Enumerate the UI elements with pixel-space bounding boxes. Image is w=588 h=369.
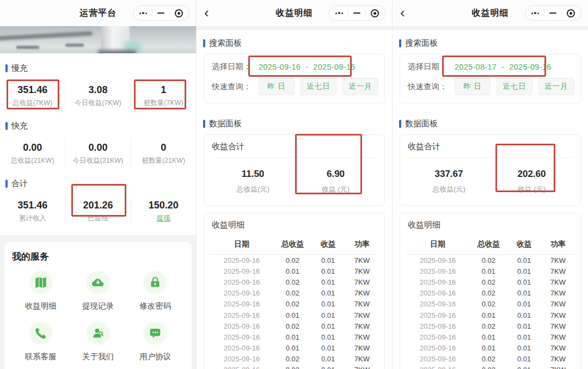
cell-income: 0.01 (507, 321, 541, 331)
cell-total-income: 0.02 (274, 365, 311, 369)
table-row: 2025-09-16 0.02 0.01 7KW (406, 354, 575, 365)
quick-query-button[interactable]: 近一月 (342, 78, 378, 95)
cloud-download-icon (91, 275, 105, 290)
quick-query-label: 快速查询： (212, 82, 259, 92)
stat-label: 收益 (元) (296, 184, 376, 194)
section-total: 合计 (5, 179, 196, 189)
stat-cell: 150.20 提现 (131, 196, 196, 225)
table-row: 2025-09-16 0.02 0.01 7KW (210, 288, 379, 299)
section-marker (203, 120, 205, 128)
cell-date: 2025-09-16 (406, 276, 470, 287)
stat-cell: 0 桩数量(21KW) (131, 139, 196, 168)
quick-query-button[interactable]: 近一月 (538, 78, 574, 95)
section-search-panel: 搜索面板 (203, 38, 392, 48)
stat-cell: 0.00 今日收益(21KW) (65, 139, 130, 168)
cell-date: 2025-09-16 (406, 288, 470, 299)
minimize-icon[interactable] (353, 13, 360, 14)
service-item[interactable]: 关于我们 (69, 321, 126, 362)
withdraw-link[interactable]: 提现 (132, 214, 195, 223)
table-row: 2025-09-16 0.01 0.01 7KW (210, 310, 379, 321)
back-chevron-icon[interactable]: ‹ (400, 4, 405, 21)
cell-total-income: 0.02 (274, 354, 311, 365)
more-dots-icon[interactable] (335, 12, 344, 15)
target-icon[interactable] (175, 9, 183, 17)
cell-income: 0.01 (311, 299, 345, 310)
app-header: 运营平台 (0, 0, 196, 26)
service-item[interactable]: 修改密码 (127, 270, 184, 311)
cell-power: 7KW (541, 299, 575, 310)
stat-value: 3.08 (66, 83, 129, 96)
minimize-icon[interactable] (157, 13, 164, 14)
table-row: 2025-09-16 0.02 0.01 7KW (210, 299, 379, 310)
cell-income: 0.01 (507, 331, 541, 342)
back-chevron-icon[interactable]: ‹ (204, 4, 209, 21)
cell-income: 0.01 (507, 276, 541, 287)
page-title: 收益明细 (276, 8, 313, 19)
service-item[interactable]: 用户协议 (127, 321, 184, 362)
date-start[interactable]: 2025-08-17 (455, 63, 497, 71)
cell-income: 0.01 (311, 343, 345, 354)
more-dots-icon[interactable] (139, 12, 148, 15)
table-title: 收益明细 (212, 220, 377, 230)
stat-value: 202.60 (492, 168, 572, 181)
quick-query-button[interactable]: 近七日 (497, 78, 532, 95)
search-card: 选择日期： 2025-08-17-2025-09-16 快速查询： 昨 日 近七… (400, 54, 581, 103)
date-label: 选择日期： (408, 61, 455, 72)
stat-value: 0 (132, 141, 195, 154)
stat-label: 总收益(7KW) (1, 99, 64, 108)
cell-income: 0.01 (311, 331, 345, 342)
date-start[interactable]: 2025-09-16 (259, 63, 301, 71)
cell-total-income: 0.01 (274, 343, 311, 354)
cell-date: 2025-09-16 (210, 331, 274, 342)
cell-power: 7KW (345, 354, 379, 365)
service-item[interactable]: 收益明细 (12, 270, 69, 311)
cell-date: 2025-09-16 (210, 343, 274, 354)
table-row: 2025-09-16 0.01 0.01 7KW (406, 266, 575, 276)
service-label: 提现记录 (69, 301, 126, 311)
target-icon[interactable] (371, 9, 379, 17)
table-row: 2025-09-16 0.02 0.01 7KW (210, 276, 379, 287)
target-icon[interactable] (567, 9, 575, 17)
table-row: 2025-09-16 0.02 0.01 7KW (406, 288, 575, 299)
stat-value: 0.00 (1, 141, 64, 154)
date-label: 选择日期： (212, 61, 259, 72)
quick-query-button[interactable]: 近七日 (301, 78, 336, 95)
cell-total-income: 0.02 (470, 354, 507, 365)
cell-date: 2025-09-16 (406, 255, 470, 266)
cell-date: 2025-09-16 (406, 310, 470, 321)
stat-value: 150.20 (132, 199, 195, 212)
quick-query-button[interactable]: 昨 日 (259, 78, 295, 95)
section-fast-charge: 快充 (5, 121, 196, 131)
income-summary-card: 收益合计 11.50 总收益(元) 6.90 收益 (元) (204, 134, 385, 206)
section-slow-charge: 慢充 (5, 63, 196, 73)
chat-bubble-icon (148, 326, 162, 340)
minimize-icon[interactable] (549, 13, 556, 14)
date-end[interactable]: 2025-09-16 (313, 63, 355, 71)
date-range-picker[interactable]: 2025-09-16-2025-09-16 (259, 63, 355, 71)
cell-power: 7KW (541, 331, 575, 342)
service-item[interactable]: 联系客服 (12, 321, 69, 362)
stat-cell: 337.67 总收益(元) (408, 165, 490, 196)
stat-value: 11.50 (213, 168, 293, 181)
app-header: ‹ 收益明细 (197, 0, 392, 26)
quick-query-button[interactable]: 昨 日 (455, 78, 491, 95)
cell-income: 0.01 (507, 343, 541, 354)
date-end[interactable]: 2025-09-16 (509, 63, 551, 71)
search-card: 选择日期： 2025-09-16-2025-09-16 快速查询： 昨 日 近七… (204, 54, 385, 103)
table-title: 收益明细 (408, 220, 573, 230)
cell-date: 2025-09-16 (210, 288, 274, 299)
date-range-picker[interactable]: 2025-08-17-2025-09-16 (455, 63, 551, 71)
more-dots-icon[interactable] (531, 12, 540, 15)
summary-title: 收益合计 (408, 142, 573, 158)
cell-power: 7KW (541, 343, 575, 354)
cell-power: 7KW (541, 266, 575, 276)
income-table: 日期 总收益 收益 功率 2025-09-16 0.02 0.01 7KW 20… (406, 236, 575, 369)
stat-cell: 1 桩数量(7KW) (131, 81, 196, 110)
cell-income: 0.01 (507, 288, 541, 299)
cell-total-income: 0.02 (470, 255, 507, 266)
service-item[interactable]: 提现记录 (69, 270, 126, 311)
cell-income: 0.01 (311, 288, 345, 299)
section-search-panel: 搜索面板 (399, 38, 588, 48)
section-marker (5, 180, 8, 188)
charging-station-photo (0, 26, 196, 53)
